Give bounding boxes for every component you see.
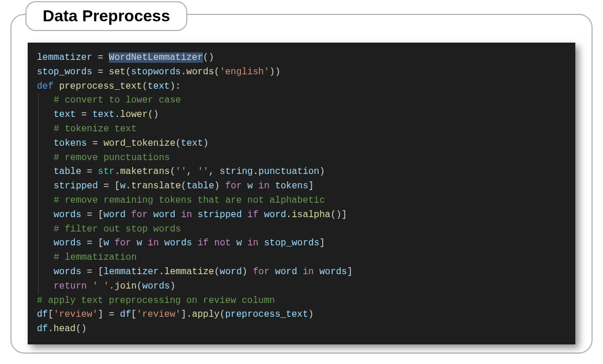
code-line-13: # filter out stop words xyxy=(38,222,181,237)
code-line-17: return ' '.join(words) xyxy=(38,279,175,294)
code-line-14: words = [w for w in words if not w in st… xyxy=(38,236,325,251)
code-line-8: # remove punctuations xyxy=(38,151,170,165)
code-line-18: # apply text preprocessing on review col… xyxy=(37,295,275,306)
code-block: lemmatizer = WordNetLemmatizer() stop_wo… xyxy=(28,43,575,344)
section-title: Data Preprocess xyxy=(25,1,187,31)
content-card: Data Preprocess lemmatizer = WordNetLemm… xyxy=(10,14,593,354)
code-line-6: # tokenize text xyxy=(38,122,137,136)
code-line-19: df['review'] = df['review'].apply(prepro… xyxy=(37,309,314,320)
code-line-4: # convert to lower case xyxy=(38,93,181,108)
code-line-11: # remove remaining tokens that are not a… xyxy=(38,194,325,208)
code-line-9: table = str.maketrans('', '', string.pun… xyxy=(38,165,325,179)
code-line-10: stripped = [w.translate(table) for w in … xyxy=(38,179,314,194)
code-line-7: tokens = word_tokenize(text) xyxy=(38,136,209,151)
code-line-15: # lemmatization xyxy=(38,251,137,265)
code-line-1: lemmatizer = WordNetLemmatizer() xyxy=(37,52,214,63)
code-line-12: words = [word for word in stripped if wo… xyxy=(38,208,347,222)
code-line-20: df.head() xyxy=(37,324,86,334)
code-line-2: stop_words = set(stopwords.words('englis… xyxy=(37,67,281,77)
code-line-16: words = [lemmatizer.lemmatize(word) for … xyxy=(38,265,353,279)
code-line-3: def preprocess_text(text): xyxy=(37,81,181,92)
code-line-5: text = text.lower() xyxy=(38,108,159,122)
page-canvas: Data Preprocess lemmatizer = WordNetLemm… xyxy=(0,0,603,364)
